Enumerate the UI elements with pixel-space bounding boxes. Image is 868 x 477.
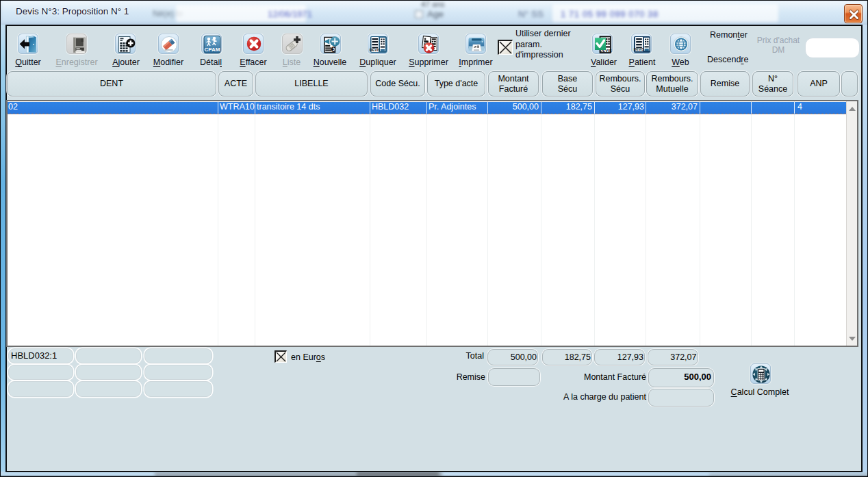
- svg-text:€: €: [331, 45, 335, 53]
- svg-text:CPAM: CPAM: [205, 47, 220, 53]
- svg-text:DEVIS: DEVIS: [634, 47, 645, 51]
- svg-text:DEVIS: DEVIS: [370, 48, 381, 52]
